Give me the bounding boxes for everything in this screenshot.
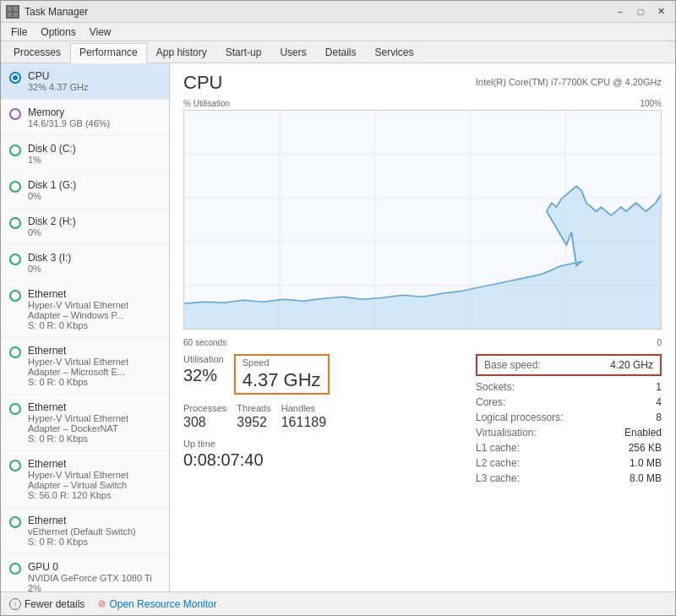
ethernet3-content: Ethernet Hyper-V Virtual Ethernet Adapte…	[28, 401, 161, 444]
tab-details[interactable]: Details	[316, 43, 366, 63]
base-speed-boxed: Base speed: 4.20 GHz	[476, 354, 662, 376]
handles-label: Handles	[281, 403, 326, 413]
gpu0-indicator	[9, 563, 21, 575]
gpu0-sub2: 2%	[28, 583, 161, 591]
menu-file[interactable]: File	[4, 25, 34, 39]
memory-sub: 14.6/31.9 GB (46%)	[28, 118, 161, 128]
threads-block: Threads 3952	[237, 403, 270, 430]
menu-bar: File Options View	[1, 23, 675, 41]
sidebar-item-disk0[interactable]: Disk 0 (C:) 1%	[1, 136, 169, 172]
l3-label: L3 cache:	[476, 472, 520, 484]
chart-x-label-left: 60 seconds	[183, 338, 226, 347]
l3-row: L3 cache: 8.0 MB	[476, 472, 662, 484]
title-bar: Task Manager − □ ✕	[1, 1, 675, 23]
base-speed-label: Base speed:	[484, 359, 541, 371]
disk2-title: Disk 2 (H:)	[28, 215, 161, 227]
ethernet2-sub2: S: 0 R: 0 Kbps	[28, 377, 161, 387]
cpu-content: CPU 32% 4.37 GHz	[28, 70, 161, 92]
cpu-sub: 32% 4.37 GHz	[28, 82, 161, 92]
sidebar-item-gpu0[interactable]: GPU 0 NVIDIA GeForce GTX 1080 Ti 2%	[1, 554, 169, 591]
disk0-sub: 1%	[28, 155, 161, 165]
handles-value: 161189	[281, 415, 326, 430]
detail-panel: CPU Intel(R) Core(TM) i7-7700K CPU @ 4.2…	[170, 63, 675, 591]
l2-label: L2 cache:	[476, 457, 520, 469]
sidebar-item-cpu[interactable]: CPU 32% 4.37 GHz	[1, 63, 169, 100]
disk1-indicator	[9, 181, 21, 193]
sidebar-item-ethernet4[interactable]: Ethernet Hyper-V Virtual Ethernet Adapte…	[1, 451, 169, 508]
ethernet1-sub2: S: 0 R: 0 Kbps	[28, 320, 161, 330]
processes-block: Processes 308	[183, 403, 226, 430]
main-content: CPU 32% 4.37 GHz Memory 14.6/31.9 GB (46…	[1, 63, 675, 591]
svg-rect-3	[14, 13, 18, 17]
svg-rect-2	[8, 13, 12, 17]
tab-users[interactable]: Users	[270, 43, 315, 63]
ethernet4-title: Ethernet	[28, 458, 161, 470]
sidebar: CPU 32% 4.37 GHz Memory 14.6/31.9 GB (46…	[1, 63, 170, 591]
ethernet1-indicator	[9, 290, 21, 302]
memory-title: Memory	[28, 106, 161, 118]
ethernet2-sub1: Hyper-V Virtual Ethernet Adapter – Micro…	[28, 357, 161, 377]
minimize-button[interactable]: −	[611, 4, 630, 19]
disk0-content: Disk 0 (C:) 1%	[28, 143, 161, 165]
uptime-block: Up time 0:08:07:40	[183, 439, 462, 470]
disk1-content: Disk 1 (G:) 0%	[28, 179, 161, 201]
tab-services[interactable]: Services	[365, 43, 422, 63]
virtualisation-value: Enabled	[624, 427, 662, 439]
cores-value: 4	[656, 396, 662, 408]
sidebar-item-ethernet5[interactable]: Ethernet vEthernet (Default Switch) S: 0…	[1, 508, 169, 554]
gpu0-sub: NVIDIA GeForce GTX 1080 Ti	[28, 573, 161, 583]
sidebar-item-disk2[interactable]: Disk 2 (H:) 0%	[1, 209, 169, 245]
base-speed-value: 4.20 GHz	[610, 359, 653, 371]
ethernet4-sub1: Hyper-V Virtual Ethernet Adapter – Virtu…	[28, 470, 161, 490]
disk3-content: Disk 3 (I:) 0%	[28, 252, 161, 274]
sidebar-item-disk3[interactable]: Disk 3 (I:) 0%	[1, 245, 169, 281]
fewer-details-button[interactable]: ↑ Fewer details	[9, 598, 84, 610]
maximize-button[interactable]: □	[631, 4, 650, 19]
tab-startup[interactable]: Start-up	[216, 43, 271, 63]
virtualisation-label: Virtualisation:	[476, 427, 537, 439]
l1-value: 256 KB	[629, 442, 662, 454]
tab-performance[interactable]: Performance	[70, 43, 147, 63]
ethernet1-content: Ethernet Hyper-V Virtual Ethernet Adapte…	[28, 288, 161, 330]
ethernet3-sub1: Hyper-V Virtual Ethernet Adapter – Docke…	[28, 413, 161, 433]
tab-processes[interactable]: Processes	[4, 43, 70, 63]
base-speed-row: Base speed: 4.20 GHz	[484, 359, 653, 371]
memory-indicator	[9, 108, 21, 120]
cores-label: Cores:	[476, 396, 505, 408]
ethernet5-content: Ethernet vEthernet (Default Switch) S: 0…	[28, 515, 161, 547]
svg-rect-1	[14, 7, 18, 11]
open-resource-monitor-link[interactable]: ⊘ Open Resource Monitor	[98, 598, 216, 610]
sidebar-item-ethernet1[interactable]: Ethernet Hyper-V Virtual Ethernet Adapte…	[1, 281, 169, 338]
disk2-sub: 0%	[28, 227, 161, 237]
sidebar-item-ethernet3[interactable]: Ethernet Hyper-V Virtual Ethernet Adapte…	[1, 395, 169, 451]
virtualisation-row: Virtualisation: Enabled	[476, 427, 662, 439]
title-bar-left: Task Manager	[6, 5, 88, 19]
ethernet2-title: Ethernet	[28, 345, 161, 357]
threads-value: 3952	[237, 415, 270, 430]
sidebar-item-ethernet2[interactable]: Ethernet Hyper-V Virtual Ethernet Adapte…	[1, 338, 169, 395]
disk0-title: Disk 0 (C:)	[28, 143, 161, 155]
stats-left: Utilisation 32% Speed 4.37 GHz Processes…	[183, 354, 462, 488]
close-button[interactable]: ✕	[651, 4, 670, 19]
threads-label: Threads	[237, 403, 270, 413]
stats-section: Utilisation 32% Speed 4.37 GHz Processes…	[183, 354, 662, 488]
sidebar-item-memory[interactable]: Memory 14.6/31.9 GB (46%)	[1, 100, 169, 136]
sidebar-item-disk1[interactable]: Disk 1 (G:) 0%	[1, 172, 169, 209]
gpu0-title: GPU 0	[28, 561, 161, 573]
uptime-label: Up time	[183, 439, 462, 449]
app-icon	[6, 5, 19, 19]
cpu-title: CPU	[28, 70, 161, 82]
utilisation-label: Utilisation	[183, 354, 224, 364]
menu-view[interactable]: View	[83, 25, 118, 39]
chart-y-label: % Utilisation	[183, 99, 230, 108]
menu-options[interactable]: Options	[34, 25, 82, 39]
fewer-details-label: Fewer details	[25, 598, 84, 610]
ethernet2-content: Ethernet Hyper-V Virtual Ethernet Adapte…	[28, 345, 161, 387]
disk3-title: Disk 3 (I:)	[28, 252, 161, 264]
tab-app-history[interactable]: App history	[147, 43, 216, 63]
processes-value: 308	[183, 415, 226, 430]
footer-bar: ↑ Fewer details ⊘ Open Resource Monitor	[1, 591, 675, 615]
sockets-value: 1	[656, 381, 662, 393]
handles-block: Handles 161189	[281, 403, 326, 430]
processes-label: Processes	[183, 403, 226, 413]
